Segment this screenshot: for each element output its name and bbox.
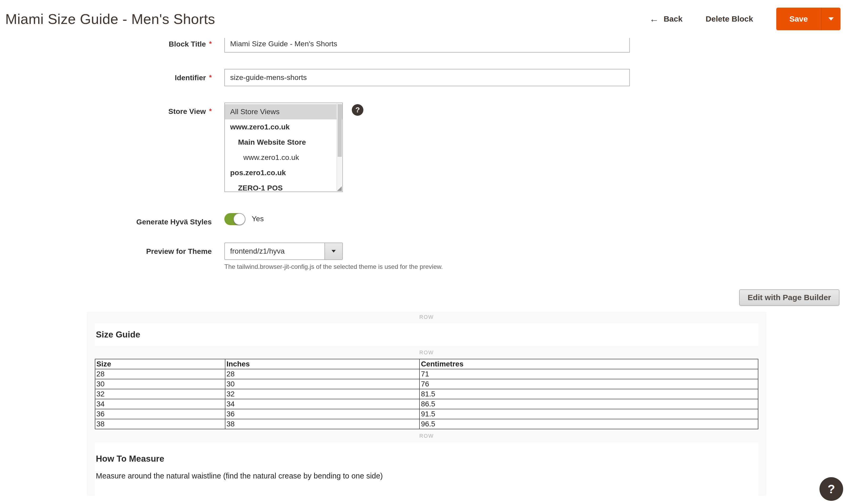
- preview-theme-field: frontend/z1/hyva The tailwind.browser-ji…: [224, 242, 443, 270]
- store-view-options: All Store Viewswww.zero1.co.ukMain Websi…: [225, 104, 342, 192]
- hyva-styles-toggle[interactable]: [224, 213, 245, 225]
- resize-grip-icon[interactable]: [337, 186, 342, 191]
- hyva-styles-label: Generate Hyvä Styles: [0, 213, 224, 226]
- store-view-option[interactable]: ZERO-1 POS: [225, 180, 342, 192]
- size-table-header-cell: Centimetres: [419, 359, 758, 369]
- size-table-cell: 86.5: [419, 399, 758, 409]
- table-row: 383896.5: [95, 419, 758, 429]
- hyva-styles-row: Generate Hyvä Styles Yes: [0, 213, 850, 226]
- header-actions: ← Back Delete Block Save: [649, 7, 840, 30]
- size-table-cell: 96.5: [419, 419, 758, 429]
- required-asterisk: *: [209, 73, 212, 81]
- store-view-field: All Store Viewswww.zero1.co.ukMain Websi…: [224, 103, 363, 192]
- delete-block-button[interactable]: Delete Block: [706, 15, 753, 23]
- toggle-knob: [233, 213, 245, 225]
- identifier-input[interactable]: [224, 69, 630, 86]
- back-arrow-icon: ←: [649, 14, 659, 24]
- page-builder-stage[interactable]: ROW Size Guide ROW SizeInchesCentimetres…: [87, 312, 766, 496]
- size-table-cell: 38: [95, 419, 225, 429]
- hyva-styles-label-text: Generate Hyvä Styles: [136, 218, 212, 226]
- preview-theme-value: frontend/z1/hyva: [225, 243, 325, 259]
- preview-theme-label-text: Preview for Theme: [146, 247, 212, 255]
- size-guide-heading-block[interactable]: Size Guide: [95, 323, 758, 346]
- block-title-label-text: Block Title: [169, 40, 206, 48]
- preview-theme-row: Preview for Theme frontend/z1/hyva The t…: [0, 242, 850, 270]
- size-table-cell: 28: [95, 369, 225, 379]
- size-table-header-cell: Inches: [225, 359, 419, 369]
- store-view-label: Store View*: [0, 103, 224, 116]
- size-table[interactable]: SizeInchesCentimetres282871303076323281.…: [95, 359, 758, 429]
- pagebuilder-row-label: ROW: [95, 429, 758, 442]
- size-table-cell: 36: [225, 409, 419, 419]
- save-dropdown-toggle[interactable]: [821, 7, 840, 30]
- store-view-help-icon[interactable]: ?: [352, 104, 363, 116]
- size-table-cell: 30: [225, 379, 419, 389]
- size-table-cell: 91.5: [419, 409, 758, 419]
- required-asterisk: *: [209, 107, 212, 115]
- edit-block-form: Block Title* Identifier* Store View* All…: [0, 35, 850, 496]
- identifier-field: [224, 69, 630, 86]
- how-to-measure-text: Measure around the natural waistline (fi…: [96, 472, 757, 480]
- preview-theme-select[interactable]: frontend/z1/hyva: [224, 242, 343, 260]
- table-row: 363691.5: [95, 409, 758, 419]
- store-view-option[interactable]: pos.zero1.co.uk: [225, 165, 342, 180]
- size-table-header-row: SizeInchesCentimetres: [95, 359, 758, 369]
- hyva-styles-state: Yes: [252, 213, 264, 223]
- preview-theme-label: Preview for Theme: [0, 242, 224, 256]
- size-table-cell: 76: [419, 379, 758, 389]
- store-view-option[interactable]: Main Website Store: [225, 135, 342, 150]
- size-guide-heading: Size Guide: [96, 329, 140, 340]
- store-view-option[interactable]: All Store Views: [225, 104, 342, 120]
- size-table-cell: 32: [225, 389, 419, 399]
- identifier-label: Identifier*: [0, 69, 224, 82]
- table-row: 343486.5: [95, 399, 758, 409]
- required-asterisk: *: [209, 40, 212, 48]
- size-table-cell: 38: [225, 419, 419, 429]
- hyva-styles-field: Yes: [224, 213, 264, 225]
- size-table-cell: 28: [225, 369, 419, 379]
- pagebuilder-row-label: ROW: [95, 312, 758, 323]
- identifier-row: Identifier*: [0, 69, 850, 86]
- store-view-option[interactable]: www.zero1.co.uk: [225, 150, 342, 165]
- page-header: Miami Size Guide - Men's Shorts ← Back D…: [0, 0, 850, 38]
- size-table-cell: 34: [95, 399, 225, 409]
- store-view-option[interactable]: www.zero1.co.uk: [225, 120, 342, 135]
- page-builder-toolbar: Edit with Page Builder: [0, 289, 850, 306]
- page-title: Miami Size Guide - Men's Shorts: [5, 11, 215, 27]
- preview-theme-note: The tailwind.browser-jit-config.js of th…: [224, 263, 443, 270]
- store-view-label-text: Store View: [168, 107, 206, 115]
- size-table-header-cell: Size: [95, 359, 225, 369]
- table-row: 282871: [95, 369, 758, 379]
- caret-down-icon: [828, 17, 834, 20]
- back-button-label: Back: [663, 15, 682, 23]
- pagebuilder-row-label: ROW: [95, 346, 758, 359]
- edit-with-page-builder-button[interactable]: Edit with Page Builder: [739, 289, 839, 306]
- preview-theme-dropdown-button[interactable]: [325, 243, 342, 259]
- caret-down-icon: [331, 250, 336, 253]
- back-button[interactable]: ← Back: [649, 14, 682, 24]
- size-table-cell: 30: [95, 379, 225, 389]
- size-table-cell: 36: [95, 409, 225, 419]
- listbox-scrollbar-thumb[interactable]: [337, 104, 342, 157]
- size-table-cell: 71: [419, 369, 758, 379]
- size-table-cell: 32: [95, 389, 225, 399]
- how-to-measure-block[interactable]: How To Measure Measure around the natura…: [95, 442, 758, 496]
- save-button[interactable]: Save: [776, 7, 821, 30]
- how-to-measure-heading: How To Measure: [96, 454, 757, 464]
- save-split-button: Save: [776, 7, 840, 30]
- listbox-scrollbar[interactable]: [336, 104, 342, 191]
- identifier-label-text: Identifier: [175, 74, 206, 82]
- table-row: 323281.5: [95, 389, 758, 399]
- store-view-listbox[interactable]: All Store Viewswww.zero1.co.ukMain Websi…: [224, 103, 343, 192]
- size-table-cell: 81.5: [419, 389, 758, 399]
- table-row: 303076: [95, 379, 758, 389]
- size-table-cell: 34: [225, 399, 419, 409]
- store-view-row: Store View* All Store Viewswww.zero1.co.…: [0, 103, 850, 192]
